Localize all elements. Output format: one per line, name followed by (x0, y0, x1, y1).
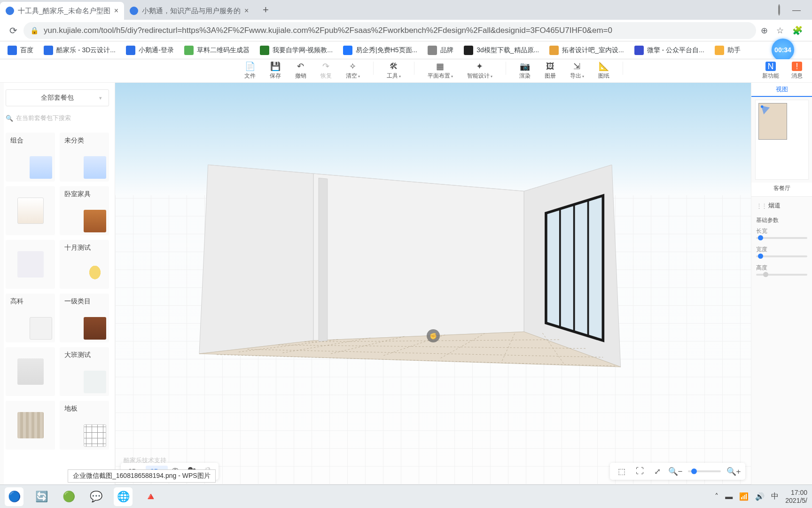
app-toolbar: 📄文件💾保存↶撤销↷恢复✧清空▾🛠工具▾▦平面布置▾✦智能设计▾📷渲染🖼图册⇲导… (0, 59, 812, 83)
category-card[interactable]: 卧室家具 (60, 186, 109, 235)
zoom-in-button[interactable]: 🔍+ (726, 465, 742, 478)
tool-export[interactable]: ⇲导出▾ (567, 62, 587, 80)
tool-render[interactable]: 📷渲染 (516, 62, 533, 80)
category-card[interactable]: 大班测试 (60, 347, 109, 396)
tool-redo[interactable]: ↷恢复 (318, 62, 335, 80)
bookmark-item[interactable]: 我要自学网-视频教... (255, 44, 337, 57)
category-thumb (30, 317, 52, 340)
new-tab-button[interactable]: + (258, 2, 273, 17)
tool-msg[interactable]: !消息 (789, 62, 805, 80)
tool-save[interactable]: 💾保存 (267, 62, 284, 80)
frame-icon[interactable]: ⛶ (632, 465, 648, 478)
category-label: 十月测试 (64, 244, 91, 252)
taskbar-app-2[interactable]: 🔄 (32, 487, 51, 506)
zoom-slider[interactable] (688, 470, 721, 472)
category-card[interactable]: 地板 (60, 401, 109, 450)
close-icon[interactable]: × (244, 7, 249, 15)
address-bar: ⟳ 🔒 yun.kujiale.com/tool/h5/diy?redirect… (0, 20, 812, 41)
tray-clock[interactable]: 17:00 2021/5/ (785, 489, 807, 504)
tray-wifi-icon[interactable]: 📶 (739, 492, 749, 501)
tool-label: 工具▾ (387, 72, 401, 80)
package-select[interactable]: 全部套餐包 (6, 89, 109, 106)
tab-title: 十工具_酷家乐_未命名户型图 (18, 7, 110, 16)
taskbar-wechat[interactable]: 💬 (86, 487, 105, 506)
taskbar-chrome[interactable]: 🌐 (114, 487, 133, 506)
tool-file[interactable]: 📄文件 (242, 62, 258, 80)
bookmark-star-icon[interactable]: ☆ (776, 25, 784, 36)
package-select-label: 全部套餐包 (41, 94, 74, 102)
category-card[interactable] (6, 240, 55, 289)
category-label: 高科 (10, 297, 23, 306)
search-input[interactable]: 🔍 在当前套餐包下搜索 (6, 111, 109, 125)
minimap[interactable] (755, 100, 809, 180)
category-thumb (84, 210, 106, 232)
bookmark-item[interactable]: 3d模型下载_精品原... (459, 44, 544, 57)
bookmark-item[interactable]: 助手 (710, 44, 745, 57)
bookmark-favicon-icon (126, 46, 135, 55)
category-thumb (17, 412, 44, 438)
browser-tab-kujiale[interactable]: 十工具_酷家乐_未命名户型图 × (0, 2, 124, 20)
param-slider[interactable] (756, 255, 807, 257)
zoom-out-button[interactable]: 🔍− (667, 465, 683, 478)
taskbar-app-1[interactable]: 🔵 (5, 487, 23, 506)
params-title: 基础参数 (756, 216, 807, 224)
zoom-icon[interactable]: ⊕ (761, 25, 768, 36)
bookmark-item[interactable]: 品牌 (423, 44, 458, 57)
tray-volume-icon[interactable]: 🔊 (755, 492, 765, 501)
browser-tab-xiaoe[interactable]: 小鹅通，知识产品与用户服务的 × (124, 2, 254, 20)
bookmark-item[interactable]: 草料二维码生成器 (180, 44, 254, 57)
category-card[interactable]: 一级类目 (60, 294, 109, 342)
minimize-icon[interactable]: — (792, 5, 801, 15)
redo-icon: ↷ (321, 62, 331, 71)
bookmark-item[interactable]: 小鹅通-登录 (121, 44, 179, 57)
render-icon: 📷 (520, 62, 530, 71)
undo-icon: ↶ (296, 62, 306, 71)
grab-cursor-icon: ✊ (427, 329, 440, 342)
param-slider[interactable] (756, 237, 807, 239)
tool-floorplan[interactable]: ▦平面布置▾ (425, 62, 456, 80)
category-card[interactable] (6, 401, 55, 450)
tool-label: 消息 (791, 72, 803, 80)
url-field[interactable]: 🔒 yun.kujiale.com/tool/h5/diy?redirectur… (23, 22, 756, 39)
category-card[interactable]: 组合 (6, 133, 55, 182)
app-workspace: 📄文件💾保存↶撤销↷恢复✧清空▾🛠工具▾▦平面布置▾✦智能设计▾📷渲染🖼图册⇲导… (0, 59, 812, 484)
tray-chevron-icon[interactable]: ˄ (715, 492, 718, 501)
tool-tools[interactable]: 🛠工具▾ (384, 62, 404, 80)
bookmark-label: 小鹅通-登录 (139, 46, 174, 55)
taskbar-app-3[interactable]: 🟢 (59, 487, 78, 506)
category-card[interactable]: 未分类 (60, 133, 109, 182)
measure-icon[interactable]: ⬚ (614, 465, 630, 478)
tray-battery-icon[interactable]: ▬ (725, 492, 733, 501)
profile-avatar[interactable] (778, 5, 780, 15)
fullscreen-icon[interactable]: ⤢ (649, 465, 665, 478)
svg-marker-0 (313, 174, 524, 341)
bookmark-item[interactable]: 微擎 - 公众平台自... (630, 44, 709, 57)
tool-smart[interactable]: ✦智能设计▾ (464, 62, 495, 80)
tool-clear[interactable]: ✧清空▾ (343, 62, 363, 80)
svg-marker-15 (319, 178, 328, 341)
timer-badge[interactable]: 00:34 (772, 39, 794, 61)
panel-tab-view[interactable]: 视图 (751, 83, 812, 97)
category-card[interactable]: 高科 (6, 294, 55, 342)
category-card[interactable] (6, 186, 55, 235)
extensions-icon[interactable]: 🧩 (792, 25, 803, 36)
taskbar-app-6[interactable]: 🔺 (141, 487, 160, 506)
window-controls: — (778, 5, 812, 15)
close-icon[interactable]: × (114, 7, 118, 15)
category-thumb (84, 263, 106, 286)
category-card[interactable] (6, 347, 55, 396)
bookmark-item[interactable]: 易企秀|免费H5页面... (338, 44, 422, 57)
viewport-3d[interactable]: ✊ 酷家乐技术支持 2D▾ 3D▾ 👁 🎥 ❔ ⬚ ⛶ ⤢ 🔍− 🔍+ (115, 83, 751, 484)
tool-new[interactable]: N新功能 (759, 62, 782, 80)
category-card[interactable]: 十月测试 (60, 240, 109, 289)
tool-undo[interactable]: ↶撤销 (292, 62, 309, 80)
bookmark-item[interactable]: 酷家乐 - 3D云设计... (39, 44, 120, 57)
tool-gallery[interactable]: 🖼图册 (542, 62, 559, 80)
tray-ime[interactable]: 中 (771, 492, 779, 501)
bookmark-item[interactable]: 百度 (3, 44, 38, 57)
tool-label: 图纸 (598, 72, 609, 80)
reload-button[interactable]: ⟳ (5, 22, 22, 39)
bookmark-item[interactable]: 拓者设计吧_室内设... (545, 44, 628, 57)
tool-drawing[interactable]: 📐图纸 (595, 62, 612, 80)
category-label: 地板 (64, 405, 78, 413)
